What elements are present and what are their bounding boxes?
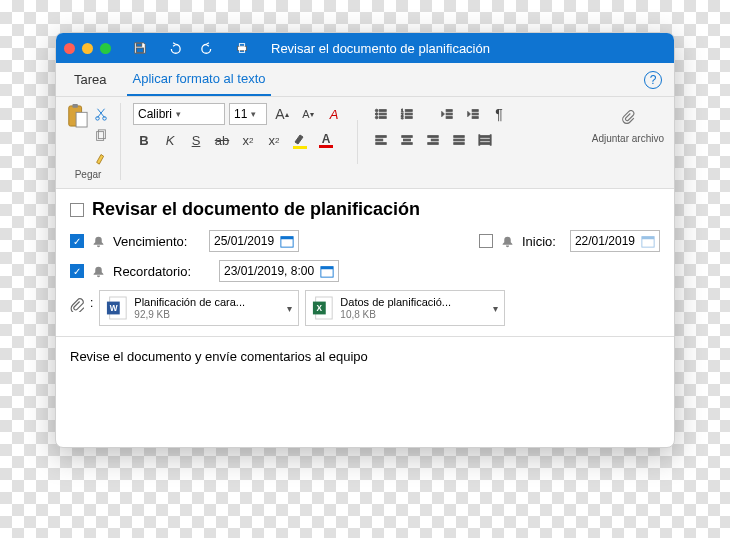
cut-icon[interactable] <box>92 105 110 123</box>
chevron-down-icon[interactable]: ▾ <box>287 303 292 314</box>
tab-task[interactable]: Tarea <box>68 63 113 96</box>
copy-icon[interactable] <box>92 127 110 145</box>
svg-rect-0 <box>137 44 142 47</box>
minimize-icon[interactable] <box>82 43 93 54</box>
separator <box>357 120 358 164</box>
task-complete-checkbox[interactable] <box>70 203 84 217</box>
paste-icon[interactable] <box>66 103 88 133</box>
underline-icon[interactable]: S <box>185 129 207 151</box>
attachment-name: Datos de planificació... <box>340 296 451 309</box>
reminder-input[interactable]: 23/01/2019, 8:00 <box>219 260 339 282</box>
bell-icon <box>501 235 514 248</box>
svg-rect-34 <box>404 139 411 141</box>
svg-rect-3 <box>239 44 244 47</box>
excel-file-icon: X <box>312 295 334 321</box>
window-title: Revisar el documento de planificación <box>271 41 490 56</box>
format-painter-icon[interactable] <box>92 149 110 167</box>
font-size-value: 11 <box>234 107 247 121</box>
calendar-icon[interactable] <box>641 234 655 248</box>
attachment-item[interactable]: W Planificación de cara... 92,9 KB ▾ <box>99 290 299 326</box>
svg-rect-31 <box>376 139 383 141</box>
print-icon[interactable] <box>231 37 253 59</box>
reminder-label: Recordatorio: <box>113 264 211 279</box>
task-fields: Revisar el documento de planificación ✓ … <box>56 189 674 337</box>
svg-rect-38 <box>428 143 439 145</box>
font-color-icon[interactable]: A <box>315 129 337 151</box>
highlight-color-icon[interactable] <box>289 129 311 151</box>
svg-rect-45 <box>479 135 480 146</box>
svg-rect-44 <box>480 143 491 145</box>
align-center-icon[interactable] <box>396 129 418 151</box>
subscript-icon[interactable]: x2 <box>237 129 259 151</box>
superscript-icon[interactable]: x2 <box>263 129 285 151</box>
reminder-enabled-checkbox[interactable]: ✓ <box>70 264 84 278</box>
due-enabled-checkbox[interactable]: ✓ <box>70 234 84 248</box>
show-marks-icon[interactable]: ¶ <box>488 103 510 125</box>
svg-rect-23 <box>405 117 412 119</box>
italic-icon[interactable]: K <box>159 129 181 151</box>
calendar-icon[interactable] <box>320 264 334 278</box>
task-title: Revisar el documento de planificación <box>92 199 420 220</box>
svg-rect-33 <box>402 136 413 138</box>
svg-rect-6 <box>72 104 78 108</box>
grow-font-icon[interactable]: A▴ <box>271 103 293 125</box>
font-name-select[interactable]: Calibri▾ <box>133 103 225 125</box>
calendar-icon[interactable] <box>280 234 294 248</box>
strikethrough-icon[interactable]: ab <box>211 129 233 151</box>
titlebar: Revisar el documento de planificación <box>56 33 674 63</box>
font-size-select[interactable]: 11▾ <box>229 103 267 125</box>
svg-rect-36 <box>428 136 439 138</box>
attachment-item[interactable]: X Datos de planificació... 10,8 KB ▾ <box>305 290 505 326</box>
save-icon[interactable] <box>129 37 151 59</box>
svg-rect-24 <box>446 110 452 112</box>
svg-rect-40 <box>454 139 465 141</box>
due-date-input[interactable]: 25/01/2019 <box>209 230 299 252</box>
svg-rect-15 <box>379 113 386 115</box>
paragraph-group: 123 ¶ <box>370 103 510 180</box>
svg-point-12 <box>375 109 378 112</box>
svg-text:3: 3 <box>401 115 404 120</box>
numbering-icon[interactable]: 123 <box>396 103 418 125</box>
svg-point-16 <box>375 116 378 119</box>
bullets-icon[interactable] <box>370 103 392 125</box>
start-enabled-checkbox[interactable] <box>479 234 493 248</box>
due-date-value: 25/01/2019 <box>214 234 274 248</box>
font-name-value: Calibri <box>138 107 172 121</box>
undo-icon[interactable] <box>163 37 185 59</box>
redo-icon[interactable] <box>197 37 219 59</box>
svg-rect-42 <box>480 136 491 138</box>
window-controls <box>64 43 111 54</box>
svg-rect-41 <box>454 143 465 145</box>
decrease-indent-icon[interactable] <box>436 103 458 125</box>
start-date-input[interactable]: 22/01/2019 <box>570 230 660 252</box>
ribbon-tabs: Tarea Aplicar formato al texto ? <box>56 63 674 97</box>
quick-access-toolbar <box>129 37 253 59</box>
shrink-font-icon[interactable]: A▾ <box>297 103 319 125</box>
due-label: Vencimiento: <box>113 234 201 249</box>
svg-rect-25 <box>446 113 452 115</box>
attach-label: Adjuntar archivo <box>592 133 664 144</box>
align-right-icon[interactable] <box>422 129 444 151</box>
attach-group: Adjuntar archivo <box>592 103 664 180</box>
increase-indent-icon[interactable] <box>462 103 484 125</box>
clipboard-group: Pegar <box>66 103 121 180</box>
justify-icon[interactable] <box>448 129 470 151</box>
notes-body[interactable]: Revise el documento y envíe comentarios … <box>56 337 674 447</box>
clear-formatting-icon[interactable]: A <box>323 103 345 125</box>
attach-file-icon[interactable] <box>614 103 642 131</box>
svg-rect-17 <box>379 117 386 119</box>
bell-icon <box>92 235 105 248</box>
word-file-icon: W <box>106 295 128 321</box>
chevron-down-icon[interactable]: ▾ <box>493 303 498 314</box>
svg-rect-26 <box>446 117 452 119</box>
help-icon[interactable]: ? <box>644 71 662 89</box>
close-icon[interactable] <box>64 43 75 54</box>
distributed-icon[interactable] <box>474 129 496 151</box>
align-left-icon[interactable] <box>370 129 392 151</box>
svg-rect-39 <box>454 136 465 138</box>
tab-format-text[interactable]: Aplicar formato al texto <box>127 63 272 96</box>
zoom-icon[interactable] <box>100 43 111 54</box>
svg-rect-46 <box>490 135 491 146</box>
attachment-size: 10,8 KB <box>340 309 451 320</box>
bold-icon[interactable]: B <box>133 129 155 151</box>
